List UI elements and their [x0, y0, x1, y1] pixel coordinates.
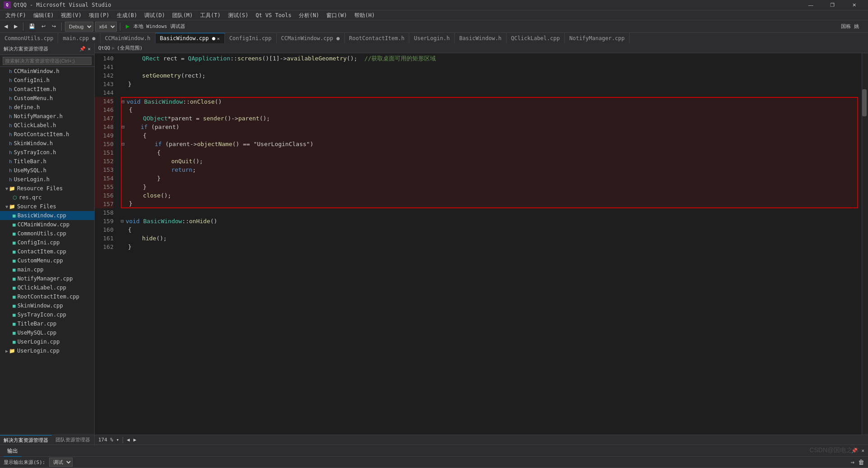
scrollbar-thumb[interactable]: [862, 89, 867, 116]
tree-label: RootContactItem.h: [14, 131, 69, 138]
menu-item[interactable]: 团队(M): [169, 10, 196, 20]
editor-tab[interactable]: ConfigIni.cpp: [225, 33, 277, 43]
line-number: 148: [95, 123, 114, 131]
menu-item[interactable]: 视图(V): [57, 10, 85, 20]
line-number: 159: [95, 217, 114, 225]
maximize-button[interactable]: ❐: [822, 0, 843, 10]
minimize-button[interactable]: —: [800, 0, 821, 10]
folder-icon: 📁: [9, 348, 15, 354]
editor-tab[interactable]: CCMainWindow.h: [101, 33, 155, 43]
sidebar-pin-icon[interactable]: 📌: [79, 46, 86, 52]
tree-item-ContactItem-h[interactable]: h ContactItem.h: [0, 85, 94, 94]
tree-item-CustomMenu-h[interactable]: h CustomMenu.h: [0, 94, 94, 103]
tree-label: res.qrc: [19, 194, 42, 201]
tree-item-UserLogin-cpp[interactable]: ■ UserLogin.cpp: [0, 337, 94, 346]
code-text: if (parent->objectName() == "UserLoginCl…: [127, 140, 314, 148]
tree-item-QClickLabel-h[interactable]: h QClickLabel.h: [0, 121, 94, 130]
fold-icon[interactable]: ⊟: [122, 140, 125, 148]
tree-item-ConfigIni-cpp[interactable]: ■ ConfigIni.cpp: [0, 238, 94, 247]
fold-icon[interactable]: ⊟: [121, 217, 124, 225]
fold-icon[interactable]: ⊟: [122, 123, 125, 131]
editor-tab[interactable]: BasicWindow.h: [455, 33, 507, 43]
line-numbers: 1401411421431441451461471481491501511521…: [95, 53, 117, 435]
menu-item[interactable]: Qt VS Tools: [252, 10, 295, 20]
tree-item-CommonUtils-cpp[interactable]: ■ CommonUtils.cpp: [0, 229, 94, 238]
tree-item-CCMainWindow-cpp[interactable]: ■ CCMainWindow.cpp: [0, 220, 94, 229]
tree-item-main-cpp[interactable]: ■ main.cpp: [0, 265, 94, 274]
editor-tab[interactable]: UserLogin.h: [409, 33, 454, 43]
toolbar-save-button[interactable]: 💾: [27, 22, 37, 32]
tree-item-RootContactItem-h[interactable]: h RootContactItem.h: [0, 130, 94, 139]
tree-item-CustomMenu-cpp[interactable]: ■ CustomMenu.cpp: [0, 256, 94, 265]
bottom-panel-header: 输出 📌 ✕: [0, 445, 868, 457]
toolbar-fwd-button[interactable]: ▶: [12, 22, 20, 32]
sidebar-search-input[interactable]: [3, 57, 91, 65]
tree-item-UseMySQL-cpp[interactable]: ■ UseMySQL.cpp: [0, 328, 94, 337]
sidebar-tab-solution[interactable]: 解决方案资源管理器: [0, 435, 52, 445]
tree-item-res-qrc[interactable]: ⬡ res.qrc: [0, 193, 94, 202]
tree-item-CCMainWindow-h[interactable]: h CCMainWindow.h: [0, 67, 94, 76]
run-button[interactable]: ▶: [123, 22, 132, 32]
close-button[interactable]: ✕: [844, 0, 864, 10]
editor-tab[interactable]: main.cpp ●: [58, 33, 100, 43]
scroll-left-icon[interactable]: ◀: [127, 437, 130, 443]
scroll-right-icon[interactable]: ▶: [133, 437, 137, 443]
tree-item-NotifyManager-cpp[interactable]: ■ NotifyManager.cpp: [0, 274, 94, 283]
tree-item-TitleBar-cpp[interactable]: ■ TitleBar.cpp: [0, 319, 94, 328]
editor-scrollbar[interactable]: [862, 53, 868, 435]
tree-item-source-files[interactable]: ▼ 📁 Source Files: [0, 202, 94, 211]
menu-item[interactable]: 测试(S): [224, 10, 252, 20]
sidebar-tab-team[interactable]: 团队资源管理器: [52, 435, 94, 445]
menu-item[interactable]: 文件(F): [2, 10, 30, 20]
tab-close-icon[interactable]: ✕: [217, 36, 220, 41]
close-panel-icon[interactable]: ✕: [861, 448, 864, 454]
output-wrap-icon[interactable]: ⇒: [851, 459, 854, 466]
toolbar-back-button[interactable]: ◀: [2, 22, 10, 32]
header-file-icon: h: [9, 159, 12, 165]
editor-tab[interactable]: QClickLabel.cpp: [507, 33, 565, 43]
toolbar-undo-button[interactable]: ↩: [39, 22, 48, 32]
tree-item-define-h[interactable]: h define.h: [0, 103, 94, 112]
tree-item-UserLogin-h[interactable]: h UserLogin.h: [0, 175, 94, 184]
menu-item[interactable]: 帮助(H): [351, 10, 379, 20]
bottom-tab-output[interactable]: 输出: [4, 445, 22, 457]
output-clear-icon[interactable]: 🗑: [858, 459, 864, 466]
tree-label: ContactItem.h: [14, 86, 56, 92]
output-source-dropdown[interactable]: 调试: [49, 458, 73, 467]
menu-item[interactable]: 调试(D): [141, 10, 169, 20]
tree-item-TitleBar-h[interactable]: h TitleBar.h: [0, 157, 94, 166]
code-content[interactable]: QRect rect = QApplication::screens()[1]-…: [117, 53, 862, 435]
tree-item-ContactItem-cpp[interactable]: ■ ContactItem.cpp: [0, 247, 94, 256]
platform-dropdown[interactable]: x64: [95, 22, 117, 32]
tree-item-QClickLabel-cpp[interactable]: ■ QClickLabel.cpp: [0, 283, 94, 292]
menu-item[interactable]: 窗口(W): [323, 10, 351, 20]
editor-tab[interactable]: BasicWindow.cpp ●✕: [155, 33, 225, 43]
tree-item-resource-files[interactable]: ▼ 📁 Resource Files: [0, 184, 94, 193]
fold-icon[interactable]: ⊟: [122, 97, 125, 106]
toolbar-redo-button[interactable]: ↪: [50, 22, 58, 32]
tree-item-ConfigIni-h[interactable]: h ConfigIni.h: [0, 76, 94, 85]
editor-tab[interactable]: RootContactItem.h: [345, 33, 410, 43]
debug-mode-dropdown[interactable]: Debug: [65, 22, 93, 32]
tree-item-SysTrayIcon-cpp[interactable]: ■ SysTrayIcon.cpp: [0, 310, 94, 319]
tree-item-NotifyManager-h[interactable]: h NotifyManager.h: [0, 112, 94, 121]
tree-item-RootContactItem-cpp[interactable]: ■ RootContactItem.cpp: [0, 292, 94, 301]
menu-item[interactable]: 工具(T): [196, 10, 224, 20]
menu-item[interactable]: 项目(P): [85, 10, 113, 20]
tree-item-translation-files[interactable]: ▶ 📁 UserLogin.cpp: [0, 346, 94, 355]
tree-item-UseMySQL-h[interactable]: h UseMySQL.h: [0, 166, 94, 175]
tree-item-SkinWindow-h[interactable]: h SkinWindow.h: [0, 139, 94, 148]
tree-item-SysTrayIcon-h[interactable]: h SysTrayIcon.h: [0, 148, 94, 157]
tree-item-SkinWindow-cpp[interactable]: ■ SkinWindow.cpp: [0, 301, 94, 310]
run-label: 本地 Windows 调试器: [133, 23, 185, 30]
editor-tab[interactable]: NotifyManager.cpp: [565, 33, 630, 43]
editor-tab[interactable]: CCMainWindow.cpp ●: [277, 33, 345, 43]
sidebar-close-icon[interactable]: ✕: [87, 46, 91, 52]
editor-tab[interactable]: CommonUtils.cpp: [0, 33, 58, 43]
menu-item[interactable]: 生成(B): [113, 10, 141, 20]
menu-item[interactable]: 分析(N): [295, 10, 323, 20]
menu-item[interactable]: 编辑(E): [30, 10, 58, 20]
tree-item-BasicWindow-cpp[interactable]: ■ BasicWindow.cpp: [0, 211, 94, 220]
cpp-file-icon: ■: [13, 303, 16, 309]
pin-icon[interactable]: 📌: [851, 448, 858, 454]
